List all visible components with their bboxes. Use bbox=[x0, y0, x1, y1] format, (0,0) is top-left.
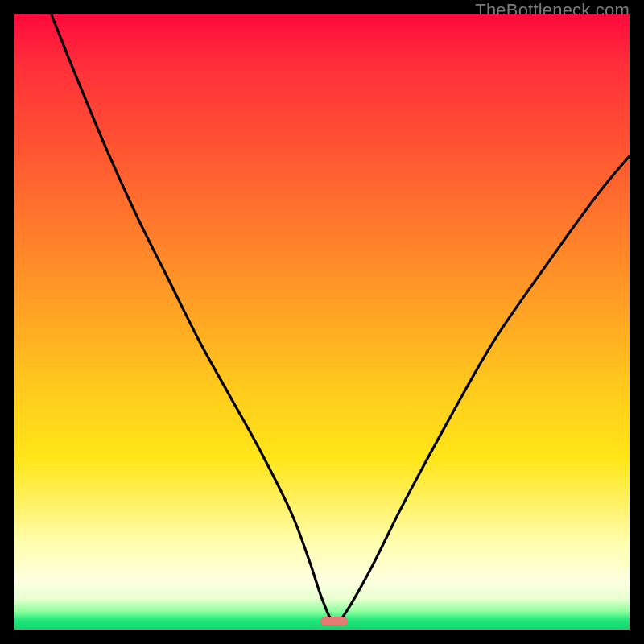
bottleneck-curve bbox=[14, 14, 630, 630]
curve-path bbox=[52, 14, 630, 624]
optimal-marker bbox=[320, 617, 348, 626]
plot-area bbox=[14, 14, 630, 630]
chart-frame: TheBottleneck.com bbox=[0, 0, 644, 644]
